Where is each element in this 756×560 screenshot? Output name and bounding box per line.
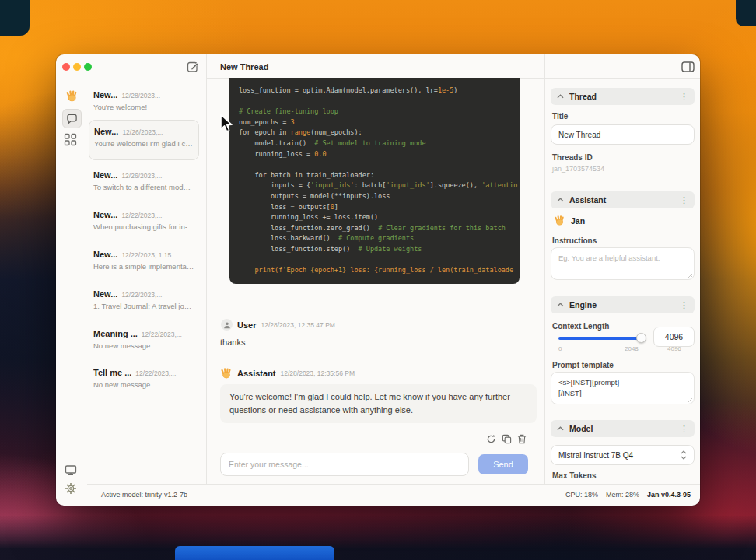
assistant-identity: Jan (554, 215, 585, 226)
chevron-up-icon (557, 303, 564, 307)
slider-tick-min: 0 (558, 345, 562, 352)
background-window-corner (0, 0, 30, 36)
compose-icon (187, 61, 199, 73)
section-title: Engine (569, 300, 674, 310)
message-bubble: You're welcome! I'm glad I could help. L… (220, 384, 537, 423)
section-title: Assistant (569, 195, 674, 205)
threads-id-value: jan_1703574534 (552, 165, 604, 173)
wave-icon (554, 215, 565, 226)
resize-handle-icon[interactable] (688, 273, 693, 278)
assistant-name: Jan (571, 216, 585, 226)
section-header-thread[interactable]: Thread ⋮ (551, 88, 695, 105)
prompt-template-label: Prompt template (552, 361, 614, 369)
minimize-window-button[interactable] (73, 63, 81, 71)
thread-preview: Here is a simple implementati... (93, 262, 194, 271)
kebab-menu-icon[interactable]: ⋮ (680, 92, 688, 102)
divider (544, 54, 545, 484)
thread-date: 12/22/2023,... (142, 331, 182, 338)
kebab-menu-icon[interactable]: ⋮ (680, 195, 688, 205)
context-length-value[interactable]: 4096 (653, 327, 695, 347)
sidebar-right-icon (681, 61, 695, 72)
desktop: New Thread New...12/28/2023... You're we… (0, 0, 756, 560)
thread-title: New... (93, 210, 117, 219)
thread-date: 12/22/2023,... (121, 212, 162, 219)
regenerate-icon (486, 434, 496, 444)
thread-list-item[interactable]: New...12/28/2023... You're welcome! (93, 90, 194, 120)
sidebar-item-chat[interactable] (62, 109, 82, 128)
send-button[interactable]: Send (478, 454, 528, 474)
trash-icon (517, 434, 527, 444)
thread-date: 12/22/2023,... (121, 291, 162, 299)
thread-preview: You're welcome! I'm glad I cou... (94, 139, 194, 148)
thread-list-item-selected[interactable]: New...12/26/2023,... You're welcome! I'm… (89, 120, 199, 160)
sidebar-item-system-monitor[interactable] (65, 464, 77, 476)
thread-list-item[interactable]: Tell me ...12/22/2023,... No new message (93, 368, 194, 397)
regenerate-button[interactable] (483, 431, 499, 446)
max-tokens-label: Max Tokens (552, 471, 597, 480)
chat-bubble-icon (66, 113, 78, 124)
toggle-right-panel-button[interactable] (681, 61, 695, 72)
thread-title: New... (93, 289, 117, 299)
divider (87, 484, 700, 485)
close-window-button[interactable] (62, 63, 70, 71)
jan-logo-wave-icon[interactable] (65, 89, 79, 103)
kebab-menu-icon[interactable]: ⋮ (680, 424, 688, 434)
copy-button[interactable] (499, 431, 514, 446)
kebab-menu-icon[interactable]: ⋮ (680, 300, 688, 310)
code-block: loss_function = optim.Adam(model.paramet… (229, 78, 520, 284)
section-header-assistant[interactable]: Assistant ⋮ (551, 191, 695, 208)
zoom-window-button[interactable] (84, 63, 92, 71)
slider-thumb[interactable] (636, 333, 646, 343)
section-header-model[interactable]: Model ⋮ (551, 420, 695, 437)
new-thread-compose-button[interactable] (187, 61, 199, 73)
jan-app-window: New Thread New...12/28/2023... You're we… (56, 54, 700, 506)
thread-date: 12/22/2023, 1:15:... (121, 251, 178, 259)
memory-usage: Mem: 28% (606, 491, 639, 499)
thread-preview: When purchasing gifts for in-... (93, 222, 194, 231)
message-timestamp: 12/28/2023, 12:35:56 PM (281, 369, 355, 377)
threads-id-label: Threads ID (552, 153, 593, 162)
section-title: Model (569, 424, 674, 433)
thread-list-item[interactable]: New...12/22/2023,... 1. Travel Journal: … (93, 289, 194, 319)
thread-preview: To switch to a different model,... (93, 183, 194, 191)
page-title: New Thread (220, 62, 268, 72)
chevron-up-icon (557, 198, 564, 202)
title-label: Title (552, 112, 568, 121)
thread-title: Meaning ... (93, 329, 138, 338)
thread-title-input[interactable] (551, 124, 695, 145)
divider (206, 54, 207, 484)
thread-preview: No new message (93, 380, 194, 389)
section-header-engine[interactable]: Engine ⋮ (551, 296, 695, 313)
thread-list-item[interactable]: New...12/26/2023,... To switch to a diff… (93, 170, 194, 200)
thread-list-item[interactable]: New...12/22/2023,... When purchasing gif… (93, 210, 194, 240)
message-text: thanks (220, 338, 245, 347)
slider-tick-mid: 2048 (625, 345, 639, 352)
instructions-textarea[interactable]: Eg. You are a helpful assistant. (551, 247, 695, 280)
thread-title: Tell me ... (93, 368, 131, 377)
instructions-label: Instructions (552, 236, 597, 245)
section-title: Thread (569, 92, 674, 101)
thread-date: 12/22/2023,... (135, 369, 176, 377)
app-version: Jan v0.4.3-95 (647, 491, 691, 499)
thread-list-item[interactable]: New...12/22/2023, 1:15:... Here is a sim… (93, 250, 194, 279)
message-input[interactable] (220, 453, 469, 476)
active-model-status: Active model: trinity-v1.2-7b (101, 491, 187, 499)
background-window-corner (736, 0, 756, 26)
message-role: User (237, 320, 256, 330)
model-select-value: Mistral Instruct 7B Q4 (558, 451, 681, 460)
context-length-slider[interactable] (558, 337, 642, 340)
thread-title: New... (93, 90, 117, 100)
copy-icon (502, 434, 512, 444)
thread-list-item[interactable]: Meaning ...12/22/2023,... No new message (93, 329, 194, 359)
delete-button[interactable] (514, 431, 530, 446)
sidebar-item-hub[interactable] (64, 133, 77, 146)
model-select[interactable]: Mistral Instruct 7B Q4 (551, 445, 695, 465)
thread-title: New... (93, 250, 117, 259)
slider-fill (558, 337, 642, 340)
chevron-up-icon (557, 94, 564, 99)
apps-grid-icon (64, 133, 77, 146)
background-taskbar-window[interactable] (175, 546, 334, 560)
resize-handle-icon[interactable] (688, 397, 693, 403)
status-bar: Active model: trinity-v1.2-7b CPU: 18% M… (56, 484, 700, 506)
prompt-template-textarea[interactable]: <s>[INST]{prompt} [/INST] (551, 372, 695, 404)
